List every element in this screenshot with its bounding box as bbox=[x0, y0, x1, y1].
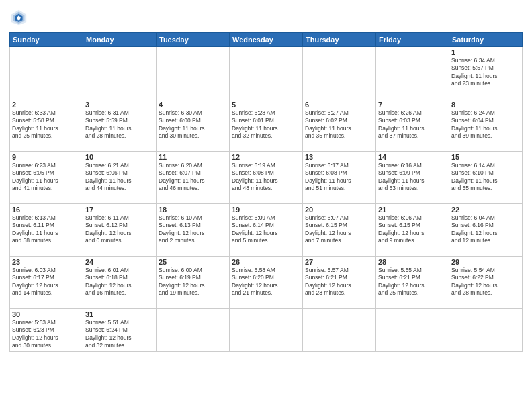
calendar-cell: 12Sunrise: 6:19 AM Sunset: 6:08 PM Dayli… bbox=[230, 152, 303, 204]
calendar-week-row: 30Sunrise: 5:53 AM Sunset: 6:23 PM Dayli… bbox=[10, 309, 523, 352]
day-info: Sunrise: 6:17 AM Sunset: 6:08 PM Dayligh… bbox=[305, 162, 373, 193]
day-number: 31 bbox=[85, 310, 154, 318]
day-number: 22 bbox=[451, 205, 520, 214]
day-number: 2 bbox=[12, 101, 81, 109]
day-info: Sunrise: 6:30 AM Sunset: 6:00 PM Dayligh… bbox=[159, 109, 227, 140]
calendar-cell bbox=[157, 309, 230, 352]
calendar-week-row: 23Sunrise: 6:03 AM Sunset: 6:17 PM Dayli… bbox=[10, 257, 523, 309]
day-number: 19 bbox=[232, 205, 300, 214]
day-number: 23 bbox=[12, 258, 81, 266]
calendar-cell: 29Sunrise: 5:54 AM Sunset: 6:22 PM Dayli… bbox=[449, 257, 523, 309]
calendar-cell: 6Sunrise: 6:27 AM Sunset: 6:02 PM Daylig… bbox=[303, 99, 376, 152]
calendar-day-header: Sunday bbox=[10, 33, 83, 47]
day-info: Sunrise: 5:54 AM Sunset: 6:22 PM Dayligh… bbox=[451, 267, 520, 298]
day-number: 21 bbox=[378, 205, 447, 214]
day-number: 12 bbox=[232, 153, 300, 161]
day-info: Sunrise: 5:55 AM Sunset: 6:21 PM Dayligh… bbox=[378, 267, 447, 298]
day-number: 13 bbox=[305, 153, 373, 161]
day-info: Sunrise: 6:14 AM Sunset: 6:10 PM Dayligh… bbox=[451, 162, 520, 193]
day-info: Sunrise: 6:20 AM Sunset: 6:07 PM Dayligh… bbox=[159, 162, 227, 193]
calendar-cell: 21Sunrise: 6:06 AM Sunset: 6:15 PM Dayli… bbox=[376, 204, 449, 257]
calendar-cell: 23Sunrise: 6:03 AM Sunset: 6:17 PM Dayli… bbox=[10, 257, 83, 309]
calendar-cell: 27Sunrise: 5:57 AM Sunset: 6:21 PM Dayli… bbox=[303, 257, 376, 309]
day-number: 25 bbox=[159, 258, 227, 266]
day-number: 3 bbox=[85, 101, 154, 109]
day-number: 7 bbox=[378, 101, 447, 109]
calendar-cell: 9Sunrise: 6:23 AM Sunset: 6:05 PM Daylig… bbox=[10, 152, 83, 204]
calendar-cell: 11Sunrise: 6:20 AM Sunset: 6:07 PM Dayli… bbox=[157, 152, 230, 204]
calendar-cell: 28Sunrise: 5:55 AM Sunset: 6:21 PM Dayli… bbox=[376, 257, 449, 309]
day-number: 5 bbox=[232, 101, 300, 109]
day-info: Sunrise: 6:26 AM Sunset: 6:03 PM Dayligh… bbox=[378, 109, 447, 140]
day-number: 24 bbox=[85, 258, 154, 266]
calendar-cell: 10Sunrise: 6:21 AM Sunset: 6:06 PM Dayli… bbox=[83, 152, 157, 204]
day-number: 8 bbox=[451, 101, 520, 109]
calendar-cell: 24Sunrise: 6:01 AM Sunset: 6:18 PM Dayli… bbox=[83, 257, 157, 309]
day-number: 10 bbox=[85, 153, 154, 161]
day-info: Sunrise: 6:19 AM Sunset: 6:08 PM Dayligh… bbox=[232, 162, 300, 193]
calendar-day-header: Wednesday bbox=[230, 33, 303, 47]
calendar-cell: 20Sunrise: 6:07 AM Sunset: 6:15 PM Dayli… bbox=[303, 204, 376, 257]
day-info: Sunrise: 6:28 AM Sunset: 6:01 PM Dayligh… bbox=[232, 109, 300, 140]
day-number: 26 bbox=[232, 258, 300, 266]
calendar-cell: 3Sunrise: 6:31 AM Sunset: 5:59 PM Daylig… bbox=[83, 99, 157, 152]
calendar-cell bbox=[83, 47, 157, 99]
calendar-cell: 30Sunrise: 5:53 AM Sunset: 6:23 PM Dayli… bbox=[10, 309, 83, 352]
day-info: Sunrise: 5:57 AM Sunset: 6:21 PM Dayligh… bbox=[305, 267, 373, 298]
day-info: Sunrise: 5:51 AM Sunset: 6:24 PM Dayligh… bbox=[85, 319, 154, 350]
day-info: Sunrise: 6:04 AM Sunset: 6:16 PM Dayligh… bbox=[451, 214, 520, 245]
calendar-cell: 8Sunrise: 6:24 AM Sunset: 6:04 PM Daylig… bbox=[449, 99, 523, 152]
day-info: Sunrise: 6:33 AM Sunset: 5:58 PM Dayligh… bbox=[12, 109, 81, 140]
day-info: Sunrise: 6:27 AM Sunset: 6:02 PM Dayligh… bbox=[305, 109, 373, 140]
calendar-cell bbox=[157, 47, 230, 99]
calendar-cell: 5Sunrise: 6:28 AM Sunset: 6:01 PM Daylig… bbox=[230, 99, 303, 152]
day-number: 11 bbox=[159, 153, 227, 161]
day-info: Sunrise: 6:31 AM Sunset: 5:59 PM Dayligh… bbox=[85, 109, 154, 140]
day-number: 30 bbox=[12, 310, 81, 318]
calendar-cell: 26Sunrise: 5:58 AM Sunset: 6:20 PM Dayli… bbox=[230, 257, 303, 309]
day-number: 6 bbox=[305, 101, 373, 109]
day-number: 20 bbox=[305, 205, 373, 214]
calendar-week-row: 9Sunrise: 6:23 AM Sunset: 6:05 PM Daylig… bbox=[10, 152, 523, 204]
calendar-week-row: 16Sunrise: 6:13 AM Sunset: 6:11 PM Dayli… bbox=[10, 204, 523, 257]
calendar-cell: 13Sunrise: 6:17 AM Sunset: 6:08 PM Dayli… bbox=[303, 152, 376, 204]
calendar-day-header: Friday bbox=[376, 33, 449, 47]
day-info: Sunrise: 5:58 AM Sunset: 6:20 PM Dayligh… bbox=[232, 267, 300, 298]
day-info: Sunrise: 5:53 AM Sunset: 6:23 PM Dayligh… bbox=[12, 319, 81, 350]
calendar-cell: 22Sunrise: 6:04 AM Sunset: 6:16 PM Dayli… bbox=[449, 204, 523, 257]
calendar-cell: 19Sunrise: 6:09 AM Sunset: 6:14 PM Dayli… bbox=[230, 204, 303, 257]
calendar-cell: 4Sunrise: 6:30 AM Sunset: 6:00 PM Daylig… bbox=[157, 99, 230, 152]
calendar-header-row: SundayMondayTuesdayWednesdayThursdayFrid… bbox=[10, 33, 523, 47]
day-number: 17 bbox=[85, 205, 154, 214]
day-info: Sunrise: 6:00 AM Sunset: 6:19 PM Dayligh… bbox=[159, 267, 227, 298]
calendar-cell: 7Sunrise: 6:26 AM Sunset: 6:03 PM Daylig… bbox=[376, 99, 449, 152]
day-info: Sunrise: 6:03 AM Sunset: 6:17 PM Dayligh… bbox=[12, 267, 81, 298]
calendar-cell bbox=[10, 47, 83, 99]
day-number: 1 bbox=[451, 48, 520, 56]
calendar-cell: 2Sunrise: 6:33 AM Sunset: 5:58 PM Daylig… bbox=[10, 99, 83, 152]
calendar-cell bbox=[303, 309, 376, 352]
day-info: Sunrise: 6:23 AM Sunset: 6:05 PM Dayligh… bbox=[12, 162, 81, 193]
calendar-cell bbox=[449, 309, 523, 352]
calendar-day-header: Thursday bbox=[303, 33, 376, 47]
logo bbox=[9, 8, 31, 27]
calendar-cell: 18Sunrise: 6:10 AM Sunset: 6:13 PM Dayli… bbox=[157, 204, 230, 257]
day-number: 29 bbox=[451, 258, 520, 266]
calendar-day-header: Saturday bbox=[449, 33, 523, 47]
calendar-day-header: Monday bbox=[83, 33, 157, 47]
calendar-cell bbox=[303, 47, 376, 99]
calendar-table: SundayMondayTuesdayWednesdayThursdayFrid… bbox=[9, 32, 523, 352]
day-number: 9 bbox=[12, 153, 81, 161]
calendar-week-row: 2Sunrise: 6:33 AM Sunset: 5:58 PM Daylig… bbox=[10, 99, 523, 152]
day-number: 18 bbox=[159, 205, 227, 214]
day-number: 15 bbox=[451, 153, 520, 161]
calendar-cell: 16Sunrise: 6:13 AM Sunset: 6:11 PM Dayli… bbox=[10, 204, 83, 257]
calendar-cell: 14Sunrise: 6:16 AM Sunset: 6:09 PM Dayli… bbox=[376, 152, 449, 204]
day-info: Sunrise: 6:11 AM Sunset: 6:12 PM Dayligh… bbox=[85, 214, 154, 245]
day-info: Sunrise: 6:06 AM Sunset: 6:15 PM Dayligh… bbox=[378, 214, 447, 245]
day-info: Sunrise: 6:01 AM Sunset: 6:18 PM Dayligh… bbox=[85, 267, 154, 298]
day-info: Sunrise: 6:21 AM Sunset: 6:06 PM Dayligh… bbox=[85, 162, 154, 193]
day-number: 4 bbox=[159, 101, 227, 109]
day-info: Sunrise: 6:24 AM Sunset: 6:04 PM Dayligh… bbox=[451, 109, 520, 140]
calendar-cell bbox=[376, 309, 449, 352]
